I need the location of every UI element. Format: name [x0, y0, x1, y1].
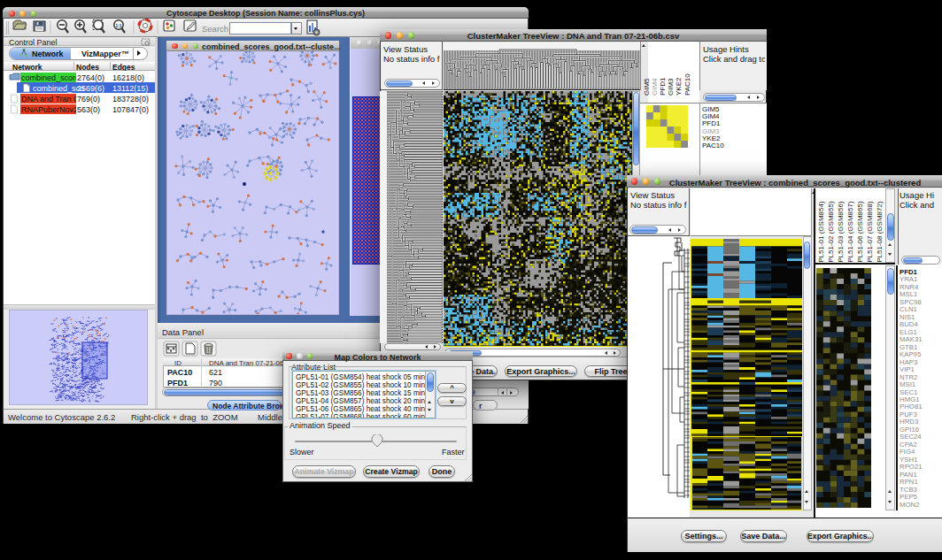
svg-text:1:1: 1:1 — [115, 23, 121, 28]
